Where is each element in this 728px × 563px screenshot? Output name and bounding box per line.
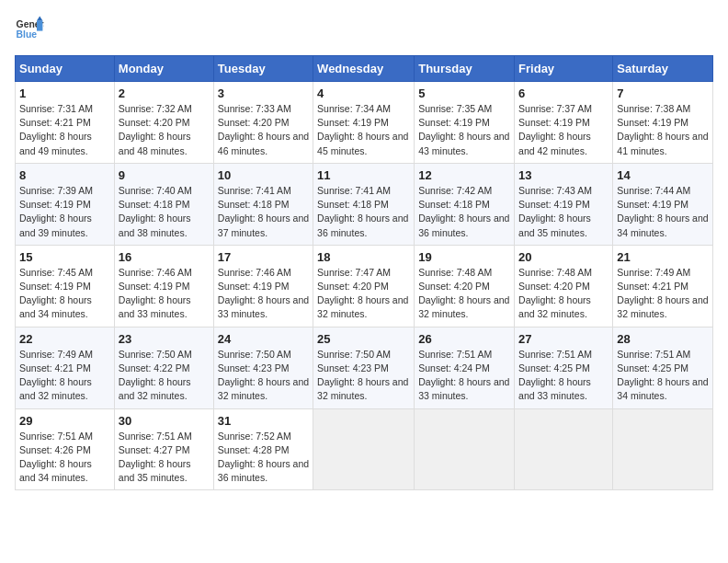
day-number: 21 [617,250,709,264]
day-number: 23 [119,332,210,346]
daylight-label: Daylight: 8 hours and 43 minutes. [418,131,509,155]
sunrise-label: Sunrise: 7:44 AM [617,185,690,196]
sunrise-label: Sunrise: 7:43 AM [518,185,592,196]
calendar-cell: 13 Sunrise: 7:43 AM Sunset: 4:19 PM Dayl… [515,163,613,245]
day-info: Sunrise: 7:51 AM Sunset: 4:26 PM Dayligh… [19,430,110,486]
day-number: 3 [218,86,309,100]
calendar-table: SundayMondayTuesdayWednesdayThursdayFrid… [15,55,713,490]
day-info: Sunrise: 7:48 AM Sunset: 4:20 PM Dayligh… [518,266,609,322]
sunrise-label: Sunrise: 7:32 AM [119,103,192,114]
day-info: Sunrise: 7:50 AM Sunset: 4:23 PM Dayligh… [317,348,410,404]
day-number: 13 [518,168,609,182]
day-number: 8 [19,168,110,182]
sunrise-label: Sunrise: 7:46 AM [119,267,192,278]
daylight-label: Daylight: 8 hours and 45 minutes. [317,131,408,155]
page-header: General Blue [15,15,713,44]
day-number: 27 [518,332,609,346]
calendar-cell: 1 Sunrise: 7:31 AM Sunset: 4:21 PM Dayli… [16,82,115,164]
day-info: Sunrise: 7:46 AM Sunset: 4:19 PM Dayligh… [119,266,210,322]
calendar-cell: 18 Sunrise: 7:47 AM Sunset: 4:20 PM Dayl… [313,245,415,327]
day-number: 5 [418,86,510,100]
daylight-label: Daylight: 8 hours and 48 minutes. [119,131,191,155]
sunrise-label: Sunrise: 7:34 AM [317,103,391,114]
sunset-label: Sunset: 4:19 PM [518,117,590,128]
sunset-label: Sunset: 4:28 PM [218,444,290,455]
sunrise-label: Sunrise: 7:40 AM [119,185,192,196]
calendar-cell: 14 Sunrise: 7:44 AM Sunset: 4:19 PM Dayl… [613,163,713,245]
calendar-cell: 2 Sunrise: 7:32 AM Sunset: 4:20 PM Dayli… [114,82,213,164]
daylight-label: Daylight: 8 hours and 32 minutes. [119,376,191,401]
daylight-label: Daylight: 8 hours and 46 minutes. [218,131,309,155]
calendar-week-5: 29 Sunrise: 7:51 AM Sunset: 4:26 PM Dayl… [16,408,713,490]
calendar-week-2: 8 Sunrise: 7:39 AM Sunset: 4:19 PM Dayli… [16,163,713,245]
calendar-cell [313,408,415,490]
day-number: 14 [617,168,709,182]
calendar-cell: 8 Sunrise: 7:39 AM Sunset: 4:19 PM Dayli… [16,163,115,245]
day-info: Sunrise: 7:41 AM Sunset: 4:18 PM Dayligh… [218,184,309,240]
day-info: Sunrise: 7:51 AM Sunset: 4:27 PM Dayligh… [119,430,210,486]
daylight-label: Daylight: 8 hours and 32 minutes. [418,294,509,319]
calendar-cell: 27 Sunrise: 7:51 AM Sunset: 4:25 PM Dayl… [515,327,613,408]
weekday-header-monday: Monday [114,56,213,82]
calendar-cell: 31 Sunrise: 7:52 AM Sunset: 4:28 PM Dayl… [213,408,313,490]
logo-icon: General Blue [15,15,44,44]
day-number: 7 [617,86,709,100]
calendar-cell [415,408,515,490]
day-info: Sunrise: 7:51 AM Sunset: 4:25 PM Dayligh… [518,348,609,404]
daylight-label: Daylight: 8 hours and 33 minutes. [119,294,191,319]
daylight-label: Daylight: 8 hours and 36 minutes. [418,213,509,237]
sunset-label: Sunset: 4:19 PM [418,117,490,128]
sunrise-label: Sunrise: 7:50 AM [317,349,391,360]
sunrise-label: Sunrise: 7:31 AM [19,103,93,114]
daylight-label: Daylight: 8 hours and 32 minutes. [617,294,708,319]
sunrise-label: Sunrise: 7:48 AM [518,267,592,278]
sunrise-label: Sunrise: 7:49 AM [19,349,93,360]
sunrise-label: Sunrise: 7:51 AM [518,349,592,360]
day-number: 16 [119,250,210,264]
day-number: 24 [218,332,309,346]
sunrise-label: Sunrise: 7:35 AM [418,103,492,114]
sunrise-label: Sunrise: 7:50 AM [119,349,192,360]
calendar-cell: 30 Sunrise: 7:51 AM Sunset: 4:27 PM Dayl… [114,408,213,490]
day-info: Sunrise: 7:40 AM Sunset: 4:18 PM Dayligh… [119,184,210,240]
sunset-label: Sunset: 4:19 PM [19,281,91,292]
daylight-label: Daylight: 8 hours and 32 minutes. [218,376,309,401]
day-number: 31 [218,414,309,428]
weekday-header-sunday: Sunday [16,56,115,82]
sunset-label: Sunset: 4:21 PM [19,362,91,373]
sunset-label: Sunset: 4:18 PM [317,199,389,210]
calendar-cell: 11 Sunrise: 7:41 AM Sunset: 4:18 PM Dayl… [313,163,415,245]
sunset-label: Sunset: 4:19 PM [617,117,688,128]
daylight-label: Daylight: 8 hours and 41 minutes. [617,131,708,155]
sunset-label: Sunset: 4:26 PM [19,444,91,455]
sunrise-label: Sunrise: 7:41 AM [317,185,391,196]
sunset-label: Sunset: 4:25 PM [617,362,688,373]
calendar-cell: 16 Sunrise: 7:46 AM Sunset: 4:19 PM Dayl… [114,245,213,327]
daylight-label: Daylight: 8 hours and 34 minutes. [19,458,92,483]
calendar-cell: 17 Sunrise: 7:46 AM Sunset: 4:19 PM Dayl… [213,245,313,327]
day-number: 11 [317,168,410,182]
day-info: Sunrise: 7:33 AM Sunset: 4:20 PM Dayligh… [218,102,309,158]
calendar-cell: 26 Sunrise: 7:51 AM Sunset: 4:24 PM Dayl… [415,327,515,408]
sunrise-label: Sunrise: 7:39 AM [19,185,93,196]
daylight-label: Daylight: 8 hours and 34 minutes. [617,213,708,237]
day-number: 15 [19,250,110,264]
sunset-label: Sunset: 4:21 PM [19,117,91,128]
sunset-label: Sunset: 4:23 PM [317,362,389,373]
day-number: 10 [218,168,309,182]
sunset-label: Sunset: 4:20 PM [317,281,389,292]
day-info: Sunrise: 7:49 AM Sunset: 4:21 PM Dayligh… [617,266,709,322]
sunset-label: Sunset: 4:20 PM [418,281,490,292]
sunset-label: Sunset: 4:19 PM [617,199,688,210]
day-info: Sunrise: 7:42 AM Sunset: 4:18 PM Dayligh… [418,184,510,240]
weekday-header-thursday: Thursday [415,56,515,82]
sunset-label: Sunset: 4:21 PM [617,281,688,292]
calendar-week-4: 22 Sunrise: 7:49 AM Sunset: 4:21 PM Dayl… [16,327,713,408]
day-info: Sunrise: 7:52 AM Sunset: 4:28 PM Dayligh… [218,430,309,486]
calendar-cell: 22 Sunrise: 7:49 AM Sunset: 4:21 PM Dayl… [16,327,115,408]
calendar-cell: 10 Sunrise: 7:41 AM Sunset: 4:18 PM Dayl… [213,163,313,245]
day-info: Sunrise: 7:31 AM Sunset: 4:21 PM Dayligh… [19,102,110,158]
sunset-label: Sunset: 4:20 PM [119,117,190,128]
sunrise-label: Sunrise: 7:37 AM [518,103,592,114]
daylight-label: Daylight: 8 hours and 49 minutes. [19,131,92,155]
